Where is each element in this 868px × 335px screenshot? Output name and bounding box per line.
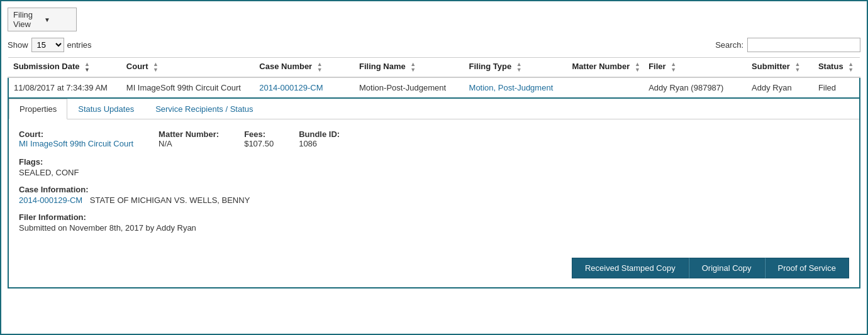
case-info-label: Case Information: bbox=[19, 185, 849, 194]
tab-service-recipients[interactable]: Service Recipients / Status bbox=[145, 99, 264, 119]
table-header-row: Submission Date ▲ ▼ Court ▲ ▼ Case Numbe… bbox=[8, 58, 860, 78]
sort-arrows-matter-number: ▲ ▼ bbox=[635, 62, 640, 73]
detail-tabs: Properties Status Updates Service Recipi… bbox=[9, 99, 859, 119]
controls-row: Show 15 10 25 50 100 entries Search: bbox=[8, 38, 860, 52]
flags-value: SEALED, CONF bbox=[19, 168, 849, 177]
matter-number-value: N/A bbox=[159, 139, 172, 148]
cell-submitter: Addy Ryan bbox=[747, 77, 813, 98]
fees-label: Fees: bbox=[244, 129, 274, 139]
court-value[interactable]: MI ImageSoft 99th Circuit Court bbox=[19, 139, 133, 148]
col-header-status[interactable]: Status ▲ ▼ bbox=[813, 58, 860, 78]
case-info-id[interactable]: 2014-000129-CM bbox=[19, 195, 82, 205]
original-copy-button[interactable]: Original Copy bbox=[689, 258, 765, 278]
show-entries: Show 15 10 25 50 100 entries bbox=[8, 38, 92, 52]
search-bar: Search: bbox=[715, 38, 860, 52]
cell-filing-name: Motion-Post-Judgement bbox=[354, 77, 464, 98]
col-header-filing-name[interactable]: Filing Name ▲ ▼ bbox=[354, 58, 464, 78]
sort-arrows-status: ▲ ▼ bbox=[848, 62, 854, 73]
proof-of-service-button[interactable]: Proof of Service bbox=[765, 258, 850, 278]
filer-info-value: Submitted on November 8th, 2017 by Addy … bbox=[19, 223, 849, 233]
detail-properties-content: Court: MI ImageSoft 99th Circuit Court M… bbox=[9, 119, 859, 250]
case-info-value: 2014-000129-CM STATE OF MICHIGAN VS. WEL… bbox=[19, 195, 849, 205]
filings-table: Submission Date ▲ ▼ Court ▲ ▼ Case Numbe… bbox=[8, 57, 860, 99]
cell-submission-date: 11/08/2017 at 7:34:39 AM bbox=[8, 77, 121, 98]
search-label: Search: bbox=[715, 40, 743, 50]
fees-value: $107.50 bbox=[244, 139, 274, 148]
sort-arrows-court: ▲ ▼ bbox=[153, 62, 159, 73]
cell-filer: Addy Ryan (987987) bbox=[643, 77, 747, 98]
filing-view-dropdown[interactable]: Filing View ▼ bbox=[8, 8, 77, 31]
bundle-id-value: 1086 bbox=[299, 139, 317, 148]
detail-filer-info: Filer Information: Submitted on November… bbox=[19, 212, 849, 233]
col-header-submission-date[interactable]: Submission Date ▲ ▼ bbox=[8, 58, 121, 78]
filing-view-label: Filing View bbox=[13, 10, 40, 29]
cell-court: MI ImageSoft 99th Circuit Court bbox=[121, 77, 255, 98]
case-info-name: STATE OF MICHIGAN VS. WELLS, BENNY bbox=[90, 195, 250, 205]
dropdown-arrow-icon: ▼ bbox=[44, 16, 71, 23]
detail-bundle-id: Bundle ID: 1086 bbox=[299, 129, 340, 148]
sort-arrows-filing-name: ▲ ▼ bbox=[410, 62, 416, 73]
show-label: Show bbox=[8, 40, 28, 50]
entries-label: entries bbox=[67, 40, 92, 50]
detail-meta-row: Court: MI ImageSoft 99th Circuit Court M… bbox=[19, 129, 849, 148]
action-buttons: Received Stamped Copy Original Copy Proo… bbox=[9, 250, 859, 287]
detail-matter-number: Matter Number: N/A bbox=[159, 129, 219, 148]
sort-arrows-filing-type: ▲ ▼ bbox=[516, 62, 522, 73]
filer-info-label: Filer Information: bbox=[19, 212, 849, 222]
sort-arrows-submission: ▲ ▼ bbox=[84, 62, 90, 73]
sort-arrows-submitter: ▲ ▼ bbox=[794, 62, 800, 73]
cell-matter-number bbox=[567, 77, 644, 98]
col-header-filer[interactable]: Filer ▲ ▼ bbox=[643, 58, 747, 78]
entries-select[interactable]: 15 10 25 50 100 bbox=[31, 38, 64, 52]
sort-arrows-case-number: ▲ ▼ bbox=[317, 62, 323, 73]
bundle-id-label: Bundle ID: bbox=[299, 129, 340, 139]
detail-case-info: Case Information: 2014-000129-CM STATE O… bbox=[19, 185, 849, 205]
detail-fees: Fees: $107.50 bbox=[244, 129, 274, 148]
col-header-court[interactable]: Court ▲ ▼ bbox=[121, 58, 255, 78]
table-row[interactable]: 11/08/2017 at 7:34:39 AM MI ImageSoft 99… bbox=[8, 77, 860, 98]
col-header-case-number[interactable]: Case Number ▲ ▼ bbox=[254, 58, 354, 78]
top-bar: Filing View ▼ bbox=[8, 8, 860, 31]
matter-number-label: Matter Number: bbox=[159, 129, 219, 139]
col-header-matter-number[interactable]: Matter Number ▲ ▼ bbox=[567, 58, 644, 78]
tab-status-updates[interactable]: Status Updates bbox=[67, 99, 145, 119]
page-wrapper: Filing View ▼ Show 15 10 25 50 100 entri… bbox=[0, 0, 868, 335]
col-header-filing-type[interactable]: Filing Type ▲ ▼ bbox=[464, 58, 567, 78]
case-number-link[interactable]: 2014-000129-CM bbox=[259, 83, 323, 92]
flags-label: Flags: bbox=[19, 157, 849, 167]
received-stamped-copy-button[interactable]: Received Stamped Copy bbox=[572, 258, 689, 278]
cell-case-number: 2014-000129-CM bbox=[254, 77, 354, 98]
detail-flags: Flags: SEALED, CONF bbox=[19, 157, 849, 177]
cell-filing-type: Motion, Post-Judgment bbox=[464, 77, 567, 98]
cell-status: Filed bbox=[813, 77, 860, 98]
col-header-submitter[interactable]: Submitter ▲ ▼ bbox=[747, 58, 813, 78]
tab-properties[interactable]: Properties bbox=[9, 99, 67, 119]
sort-arrows-filer: ▲ ▼ bbox=[670, 62, 676, 73]
court-label: Court: bbox=[19, 129, 133, 139]
detail-court: Court: MI ImageSoft 99th Circuit Court bbox=[19, 129, 133, 148]
search-input[interactable] bbox=[747, 38, 860, 52]
detail-panel: Properties Status Updates Service Recipi… bbox=[8, 99, 860, 288]
filing-type-link[interactable]: Motion, Post-Judgment bbox=[469, 83, 554, 92]
